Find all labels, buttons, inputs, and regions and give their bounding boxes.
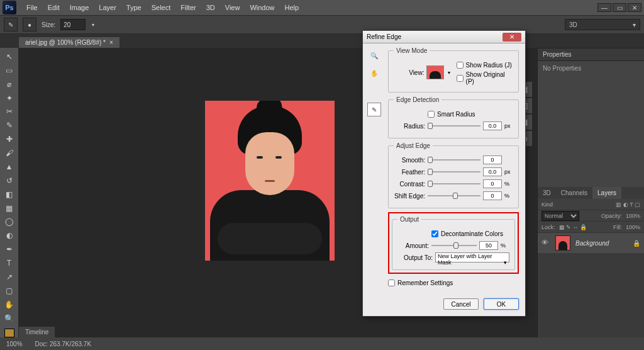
menu-type[interactable]: Type: [121, 4, 147, 11]
type-tool[interactable]: T: [2, 257, 17, 269]
brush-tool[interactable]: 🖌: [2, 147, 17, 159]
menu-select[interactable]: Select: [147, 4, 176, 11]
refine-brush-tool[interactable]: ✎: [367, 103, 381, 116]
document-tab[interactable]: ariel.jpg @ 100% (RGB/8#) * ×: [19, 37, 119, 48]
magic-wand-tool[interactable]: ✦: [2, 92, 17, 104]
ok-button[interactable]: OK: [484, 298, 519, 310]
healing-tool[interactable]: ✚: [2, 133, 17, 145]
menu-filter[interactable]: Filter: [175, 4, 201, 11]
eyedropper-tool[interactable]: ✎: [2, 119, 17, 132]
fill-value[interactable]: 100%: [626, 224, 640, 230]
smart-radius-checkbox[interactable]: [428, 111, 435, 118]
contrast-unit: %: [504, 181, 513, 187]
menu-layer[interactable]: Layer: [94, 4, 121, 11]
path-tool[interactable]: ↗: [2, 271, 17, 283]
feather-slider[interactable]: [428, 167, 480, 176]
status-bar: 100% Doc: 263.7K/263.7K: [0, 337, 644, 350]
history-brush-tool[interactable]: ↺: [2, 174, 17, 187]
menu-file[interactable]: File: [21, 4, 43, 11]
menu-help[interactable]: Help: [280, 4, 304, 11]
properties-header[interactable]: Properties: [538, 48, 644, 61]
blur-tool[interactable]: ◯: [2, 216, 17, 229]
tab-close-icon[interactable]: ×: [109, 39, 113, 46]
maximize-button[interactable]: ▭: [613, 3, 626, 12]
stamp-tool[interactable]: ▲: [2, 161, 17, 173]
contrast-slider[interactable]: [428, 179, 480, 188]
radius-label: Radius:: [394, 123, 425, 130]
crop-tool[interactable]: ✂: [2, 106, 17, 118]
size-input[interactable]: [60, 19, 86, 30]
adjust-edge-group: Adjust Edge Smooth: Feather: px Contrast…: [388, 142, 519, 208]
menu-3d[interactable]: 3D: [201, 4, 220, 11]
decontaminate-checkbox[interactable]: [431, 230, 438, 237]
cancel-button[interactable]: Cancel: [443, 298, 479, 310]
zoom-value[interactable]: 100%: [6, 341, 23, 347]
output-to-select[interactable]: New Layer with Layer Mask▾: [435, 252, 509, 262]
show-radius-checkbox[interactable]: [457, 62, 464, 69]
gradient-tool[interactable]: ▦: [2, 202, 17, 215]
minimize-button[interactable]: —: [597, 3, 611, 12]
view-thumb[interactable]: [426, 65, 443, 79]
kind-label: Kind: [541, 201, 553, 208]
feather-input[interactable]: [483, 167, 502, 176]
brush-preview[interactable]: ●: [23, 18, 36, 31]
tab-channels[interactable]: Channels: [556, 187, 592, 199]
radius-input[interactable]: [483, 121, 502, 130]
marquee-tool[interactable]: ▭: [2, 64, 17, 77]
dodge-tool[interactable]: ◐: [2, 229, 17, 242]
amount-input[interactable]: [479, 241, 498, 250]
menu-window[interactable]: Window: [245, 4, 279, 11]
zoom-tool[interactable]: 🔍: [2, 312, 17, 325]
menu-view[interactable]: View: [220, 4, 245, 11]
layers-tabs: 3D Channels Layers: [538, 187, 644, 199]
workspace-select[interactable]: 3D▾: [565, 19, 640, 30]
output-legend: Output: [397, 216, 421, 223]
amount-slider[interactable]: [431, 241, 477, 250]
eraser-tool[interactable]: ◧: [2, 188, 17, 201]
filter-icons[interactable]: ▥ ◐ T ▢: [616, 201, 640, 208]
output-to-label: Output To:: [397, 254, 433, 261]
timeline-tab[interactable]: Timeline: [19, 327, 55, 337]
shift-slider[interactable]: [428, 191, 480, 200]
size-dropdown-icon[interactable]: ▾: [92, 22, 94, 28]
zoom-dlg-tool[interactable]: 🔍: [367, 48, 381, 62]
show-original-checkbox[interactable]: [457, 75, 464, 82]
blend-mode-select[interactable]: Normal: [541, 211, 579, 221]
tab-layers[interactable]: Layers: [592, 187, 621, 199]
visibility-icon[interactable]: 👁: [541, 239, 550, 247]
hand-dlg-tool[interactable]: ✋: [367, 66, 381, 80]
amount-label: Amount:: [397, 242, 429, 249]
refine-edge-dialog: Refine Edge ✕ 🔍 ✋ ✎ View Mode View: ▾ Sh…: [362, 30, 526, 317]
view-mode-group: View Mode View: ▾ Show Radius (J) Show O…: [388, 47, 519, 93]
right-panels: Properties No Properties 3D Channels Lay…: [537, 48, 644, 337]
hand-tool[interactable]: ✋: [2, 298, 17, 311]
pen-tool[interactable]: ✒: [2, 243, 17, 256]
smooth-input[interactable]: [483, 155, 502, 164]
tab-3d[interactable]: 3D: [538, 187, 556, 199]
foreground-swatch[interactable]: [4, 329, 14, 338]
dialog-close-button[interactable]: ✕: [502, 33, 521, 42]
radius-slider[interactable]: [428, 121, 480, 130]
contrast-label: Contrast:: [394, 181, 425, 188]
remember-label: Remember Settings: [397, 279, 453, 286]
menu-edit[interactable]: Edit: [43, 4, 65, 11]
contrast-input[interactable]: [483, 179, 502, 188]
layer-row-background[interactable]: 👁 Background 🔒: [538, 233, 644, 253]
shape-tool[interactable]: ▢: [2, 285, 17, 297]
menu-image[interactable]: Image: [65, 4, 94, 11]
close-button[interactable]: ✕: [628, 3, 641, 12]
lock-icons[interactable]: ▦ ✎ ↔ 🔒: [559, 224, 587, 230]
opacity-value[interactable]: 100%: [626, 213, 640, 219]
view-label: View:: [394, 69, 424, 76]
lasso-tool[interactable]: ⌀: [2, 78, 17, 91]
move-tool[interactable]: ↖: [2, 50, 17, 63]
properties-body: No Properties: [538, 61, 644, 187]
current-tool-icon[interactable]: ✎: [4, 18, 18, 31]
smooth-slider[interactable]: [428, 155, 480, 164]
dialog-titlebar[interactable]: Refine Edge ✕: [363, 31, 525, 43]
menu-bar: Ps File Edit Image Layer Type Select Fil…: [0, 0, 644, 15]
layer-name: Background: [575, 240, 609, 247]
doc-size: Doc: 263.7K/263.7K: [35, 341, 92, 347]
remember-checkbox[interactable]: [388, 279, 395, 286]
shift-input[interactable]: [483, 191, 502, 200]
